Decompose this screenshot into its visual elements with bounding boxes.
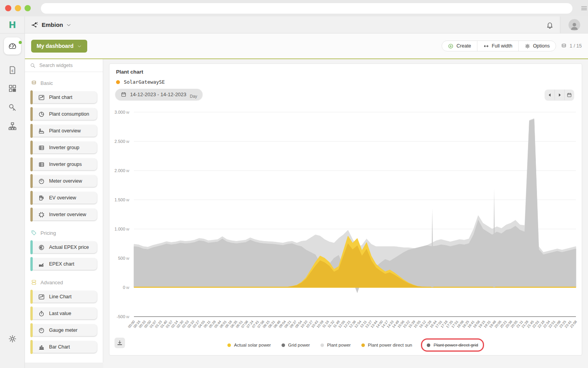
- legend-item-plant-power-direct-sun[interactable]: Plant power direct sun: [361, 343, 412, 347]
- widget-item-line-chart[interactable]: Line Chart: [31, 291, 97, 303]
- legend-label: Plant power direct grid: [433, 343, 478, 347]
- chevron-down-icon: [66, 22, 71, 27]
- sidebar-item-billing[interactable]: €: [4, 62, 21, 79]
- svg-text:0 W: 0 W: [123, 285, 129, 290]
- browser-menu-icon[interactable]: [580, 4, 588, 12]
- previous-period-button[interactable]: [545, 90, 555, 100]
- widget-item-label: Plant overview: [49, 128, 81, 134]
- widget-item-last-value[interactable]: Last value: [31, 308, 97, 319]
- app-logo[interactable]: H: [0, 16, 25, 33]
- accent-bar: [30, 340, 33, 354]
- widget-item-meter-overview[interactable]: Meter overview: [31, 175, 97, 187]
- options-button[interactable]: Options: [518, 41, 556, 51]
- widget-item-bar-chart[interactable]: Bar Chart: [31, 341, 97, 353]
- accent-bar: [30, 107, 33, 121]
- sidebar-item-widgets[interactable]: [4, 80, 21, 97]
- widget-panel: BasicPlant chartPlant consumptionPlant o…: [25, 59, 103, 363]
- search-input[interactable]: [39, 63, 98, 68]
- legend-item-plant-power-direct-grid[interactable]: Plant power direct grid: [421, 338, 484, 352]
- plant-chart-canvas[interactable]: 3.000 W2.500 W2.000 W1.500 W1.000 W500 W…: [109, 105, 583, 338]
- invoice-icon: €: [8, 65, 17, 75]
- widget-item-inverter-groups[interactable]: Inverter groups: [31, 158, 97, 170]
- widget-item-gauge-meter[interactable]: Gauge meter: [31, 324, 97, 336]
- bar-chart-icon: [38, 344, 45, 350]
- widget-item-label: Plant chart: [49, 95, 72, 100]
- sidebar-item-sites[interactable]: [4, 118, 21, 135]
- widget-item-plant-overview[interactable]: Plant overview: [31, 125, 97, 137]
- accent-bar: [30, 257, 33, 271]
- organization-switcher[interactable]: Embion: [25, 16, 71, 33]
- next-period-button[interactable]: [555, 90, 564, 100]
- user-menu[interactable]: [560, 16, 588, 33]
- chevron-left-icon: [547, 92, 553, 98]
- organization-name: Embion: [42, 21, 63, 28]
- widget-title: Plant chart: [116, 69, 143, 75]
- widget-item-inverter-overview[interactable]: Inverter overview: [31, 209, 97, 220]
- download-chart-button[interactable]: [114, 338, 125, 348]
- person-icon: [569, 21, 579, 31]
- section-label: Basic: [40, 80, 53, 86]
- section-header-advanced: Advanced: [25, 275, 103, 287]
- legend-item-grid-power[interactable]: Grid power: [282, 343, 310, 347]
- widget-item-label: EV overview: [49, 195, 76, 201]
- date-granularity: Day: [190, 94, 197, 99]
- widget-item-plant-chart[interactable]: Plant chart: [31, 92, 97, 103]
- date-range-picker[interactable]: 14-12-2023 - 14-12-2023 Day: [115, 89, 202, 100]
- app-header: H Embion: [0, 16, 588, 33]
- key-icon: [8, 103, 17, 112]
- chart-legend: Actual solar powerGrid powerPlant powerP…: [134, 336, 576, 354]
- calendar-button[interactable]: [564, 90, 574, 100]
- sidebar-item-dashboard[interactable]: [4, 37, 21, 55]
- dashboard-selector-button[interactable]: My dashboard: [31, 40, 87, 53]
- layers-icon: [561, 43, 567, 49]
- sitemap-icon: [8, 121, 17, 131]
- accent-bar: [30, 323, 33, 337]
- device-label: SolarGatewaySE: [124, 79, 165, 85]
- gear-icon: [525, 43, 530, 49]
- close-window-button[interactable]: [5, 5, 11, 11]
- widget-item-label: Bar Chart: [49, 344, 70, 350]
- svg-text:2.000 W: 2.000 W: [114, 168, 129, 173]
- address-bar[interactable]: [41, 3, 572, 14]
- minimize-window-button[interactable]: [15, 5, 21, 11]
- options-label: Options: [533, 43, 550, 49]
- legend-item-plant-power[interactable]: Plant power: [320, 343, 351, 347]
- legend-dot: [427, 343, 430, 347]
- legend-label: Grid power: [288, 343, 310, 347]
- speedometer-icon: [8, 41, 17, 51]
- widget-item-label: EPEX chart: [49, 261, 74, 267]
- stopwatch-icon: [38, 310, 45, 317]
- accent-bar: [30, 306, 33, 320]
- chart-coins-icon: [38, 261, 45, 268]
- factory-icon: [38, 128, 45, 134]
- gear-icon: [8, 334, 17, 343]
- download-icon: [116, 340, 123, 346]
- device-status-dot: [116, 80, 120, 84]
- widget-item-label: Actual EPEX price: [49, 245, 89, 250]
- legend-item-actual-solar-power[interactable]: Actual solar power: [227, 343, 271, 347]
- widget-item-inverter-group[interactable]: Inverter group: [31, 142, 97, 153]
- accent-bar: [30, 191, 33, 205]
- tag-icon: [31, 230, 37, 236]
- accent-bar: [30, 290, 33, 304]
- widget-item-epex-chart[interactable]: EPEX chart: [31, 258, 97, 270]
- svg-text:1.500 W: 1.500 W: [114, 197, 129, 202]
- maximize-window-button[interactable]: [25, 5, 31, 11]
- date-nav-group: [545, 90, 574, 100]
- widget-item-plant-consumption[interactable]: Plant consumption: [31, 108, 97, 120]
- icon-sidebar: €: [0, 33, 25, 368]
- avatar: [569, 19, 580, 31]
- sidebar-item-settings[interactable]: [4, 330, 21, 347]
- widget-search: [25, 59, 103, 72]
- accent-bar: [30, 174, 33, 188]
- widget-item-actual-epex-price[interactable]: Actual EPEX price: [31, 241, 97, 253]
- create-button[interactable]: Create: [442, 41, 477, 51]
- svg-text:1.000 W: 1.000 W: [114, 227, 129, 231]
- search-icon: [30, 63, 36, 69]
- calendar-icon: [121, 92, 127, 97]
- sidebar-item-access-keys[interactable]: [4, 99, 21, 116]
- notifications-button[interactable]: [540, 16, 560, 33]
- widget-item-ev-overview[interactable]: EV overview: [31, 192, 97, 204]
- section-label: Pricing: [40, 230, 56, 236]
- full-width-button[interactable]: Full width: [477, 41, 518, 51]
